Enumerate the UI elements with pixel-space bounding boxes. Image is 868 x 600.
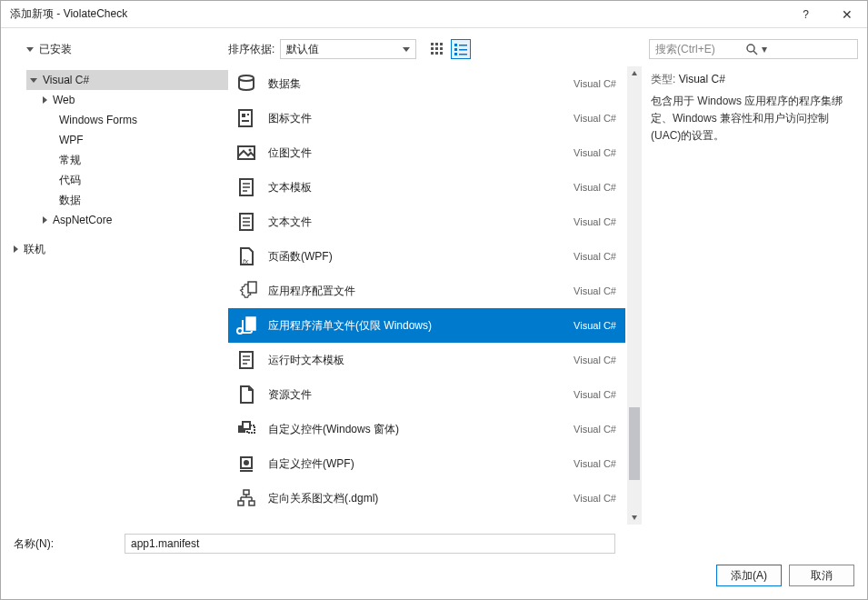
- sort-select[interactable]: 默认值: [280, 39, 416, 59]
- tree-node-label: Web: [53, 94, 75, 106]
- svg-rect-4: [435, 47, 438, 50]
- name-input-value: app1.manifest: [131, 537, 199, 550]
- installed-header[interactable]: 已安装: [10, 42, 228, 57]
- tree-node-web[interactable]: Web: [26, 90, 228, 110]
- bitmap-icon: [234, 140, 259, 165]
- svg-marker-54: [632, 515, 637, 520]
- info-description: 包含用于 Windows 应用程序的程序集绑定、Windows 兼容性和用户访问…: [651, 93, 849, 145]
- svg-rect-19: [242, 114, 245, 117]
- scrollbar-thumb[interactable]: [629, 407, 640, 480]
- list-item-label: 文本模板: [268, 180, 564, 195]
- help-button[interactable]: ?: [785, 1, 826, 28]
- svg-rect-6: [431, 52, 434, 55]
- svg-rect-34: [246, 317, 255, 330]
- tree-node-code[interactable]: 代码: [26, 170, 228, 190]
- info-type: 类型: Visual C#: [651, 72, 849, 87]
- sort-area: 排序依据: 默认值: [228, 39, 416, 59]
- tree-node-label: Visual C#: [43, 74, 89, 86]
- view-list-button[interactable]: [451, 39, 471, 59]
- list-item-label: 数据集: [268, 76, 564, 92]
- svg-point-17: [239, 75, 254, 81]
- tree-node-wpf[interactable]: WPF: [26, 130, 228, 150]
- list-item-label: 运行时文本模板: [268, 353, 564, 368]
- resource-icon: [234, 382, 259, 407]
- sort-label: 排序依据:: [228, 42, 274, 57]
- list-item[interactable]: 资源文件 Visual C#: [228, 377, 625, 412]
- svg-rect-2: [440, 43, 443, 45]
- text-template-icon: [234, 175, 259, 200]
- name-label: 名称(N):: [14, 536, 114, 552]
- info-type-label: 类型:: [651, 73, 675, 85]
- cancel-button[interactable]: 取消: [789, 565, 854, 586]
- list-item-label: 位图文件: [268, 145, 564, 161]
- list-item-lang: Visual C#: [574, 216, 616, 227]
- search-input[interactable]: 搜索(Ctrl+E) ▾: [649, 39, 858, 59]
- scroll-down-icon[interactable]: [627, 510, 642, 525]
- page-function-icon: fx: [234, 244, 259, 269]
- name-row: 名称(N): app1.manifest: [14, 534, 854, 554]
- info-panel: 类型: Visual C# 包含用于 Windows 应用程序的程序集绑定、Wi…: [642, 66, 858, 525]
- chevron-down-icon: [403, 47, 410, 52]
- tree-node-windows-forms[interactable]: Windows Forms: [26, 110, 228, 130]
- svg-text:fx: fx: [243, 257, 249, 265]
- tree-node-data[interactable]: 数据: [26, 190, 228, 210]
- list-item[interactable]: 文本模板 Visual C#: [228, 170, 625, 205]
- list-item-label: 页函数(WPF): [268, 249, 564, 265]
- add-new-item-dialog: 添加新项 - ViolateCheck ? ✕ 已安装 排序依据: 默认值 搜索: [0, 0, 868, 600]
- main-area: Visual C# Web Windows Forms WPF 常规 代码 数据: [1, 66, 867, 525]
- scroll-up-icon[interactable]: [627, 66, 642, 81]
- svg-rect-8: [440, 52, 443, 55]
- view-tiles-button[interactable]: [427, 39, 447, 59]
- svg-point-15: [747, 45, 754, 52]
- name-input[interactable]: app1.manifest: [125, 534, 615, 554]
- tree-node-label: 常规: [59, 153, 81, 168]
- tree-node-online[interactable]: 联机: [10, 239, 228, 259]
- scrollbar[interactable]: [627, 66, 642, 525]
- dataset-icon: [234, 71, 259, 96]
- template-list[interactable]: 数据集 Visual C# 图标文件 Visual C# 位图文件 Visual…: [228, 66, 627, 525]
- add-button[interactable]: 添加(A): [716, 565, 782, 586]
- tree-node-visual-csharp[interactable]: Visual C#: [26, 70, 228, 90]
- installed-label: 已安装: [39, 42, 72, 57]
- list-item[interactable]: 自定义控件(Windows 窗体) Visual C#: [228, 412, 625, 446]
- toolbar: 已安装 排序依据: 默认值 搜索(Ctrl+E) ▾: [10, 35, 858, 63]
- list-item[interactable]: 自定义控件(WPF) Visual C#: [228, 446, 625, 481]
- svg-rect-1: [435, 43, 438, 45]
- tree-node-general[interactable]: 常规: [26, 150, 228, 170]
- iconfile-icon: [234, 105, 259, 131]
- svg-rect-33: [248, 282, 256, 293]
- list-item[interactable]: 图标文件 Visual C#: [228, 101, 625, 135]
- close-button[interactable]: ✕: [826, 1, 867, 28]
- list-item[interactable]: 文本文件 Visual C#: [228, 205, 625, 239]
- svg-rect-48: [249, 501, 254, 505]
- list-item-label: 自定义控件(Windows 窗体): [268, 422, 564, 437]
- svg-rect-3: [431, 47, 434, 50]
- svg-rect-47: [238, 501, 244, 505]
- usercontrol-winforms-icon: [234, 416, 259, 442]
- list-item[interactable]: 定向关系图文档(.dgml) Visual C#: [228, 481, 625, 515]
- list-item[interactable]: 应用程序配置文件 Visual C#: [228, 274, 625, 308]
- svg-marker-53: [632, 71, 637, 75]
- bottom-area: 名称(N): app1.manifest 添加(A) 取消: [1, 525, 867, 599]
- list-item[interactable]: 数据集 Visual C#: [228, 66, 625, 101]
- list-item[interactable]: fx 页函数(WPF) Visual C#: [228, 239, 625, 274]
- chevron-right-icon: [43, 216, 47, 224]
- svg-rect-0: [431, 43, 434, 45]
- svg-rect-12: [459, 49, 467, 51]
- svg-rect-9: [454, 44, 457, 46]
- view-mode-switch: [427, 39, 471, 59]
- list-item-label: 图标文件: [268, 111, 564, 126]
- svg-point-44: [244, 460, 249, 465]
- chevron-down-icon: [26, 47, 34, 52]
- tree-node-aspnetcore[interactable]: AspNetCore: [26, 210, 228, 230]
- category-tree: Visual C# Web Windows Forms WPF 常规 代码 数据: [10, 66, 228, 525]
- list-item[interactable]: 运行时文本模板 Visual C#: [228, 343, 625, 377]
- list-item[interactable]: 位图文件 Visual C#: [228, 135, 625, 170]
- svg-point-35: [237, 328, 243, 334]
- svg-rect-10: [459, 45, 467, 46]
- usercontrol-wpf-icon: [234, 451, 259, 476]
- list-item-lang: Visual C#: [574, 285, 616, 296]
- svg-rect-42: [243, 422, 250, 429]
- list-item-selected[interactable]: 应用程序清单文件(仅限 Windows) Visual C#: [228, 308, 625, 343]
- list-item-lang: Visual C#: [574, 182, 616, 193]
